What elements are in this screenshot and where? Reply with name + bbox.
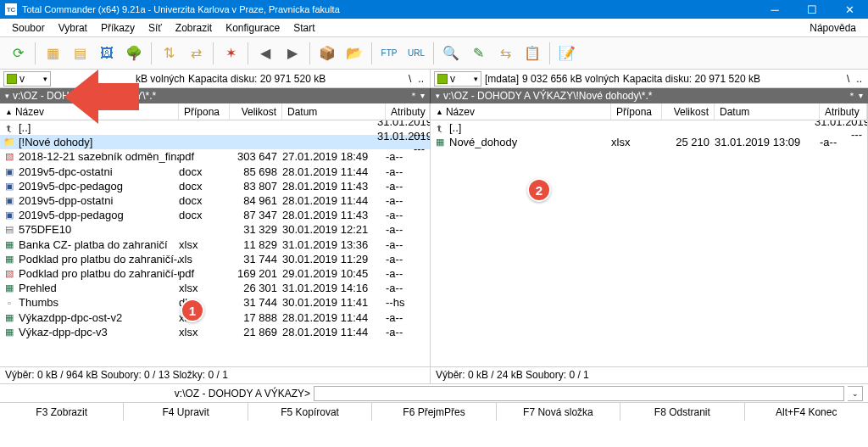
close-button[interactable]: ✕ [831,0,868,19]
copy-names-icon[interactable]: 📋 [520,41,545,66]
fkey-f4[interactable]: F4 Upravit [124,403,248,421]
file-row[interactable]: ⮬[..]31.01.2019 14:08---- [431,120,867,135]
file-row[interactable]: 📁[!Nové dohody]31.01.2019 14:08---- [0,135,430,149]
url-icon[interactable]: URL [403,41,429,66]
fkey-f8[interactable]: F8 Odstranit [620,403,744,421]
file-ext: xls [179,253,230,265]
file-row[interactable]: ▦Podklad pro platbu do zahraničí-AJxls31… [0,252,430,266]
refresh-icon[interactable]: ⟳ [5,41,31,66]
thumbs-view-icon[interactable]: 🖼 [94,41,120,66]
target-icon[interactable]: ⇄ [183,41,209,66]
header-ext[interactable]: Přípona [179,103,230,120]
header-ext[interactable]: Přípona [611,103,662,120]
file-row[interactable]: ⮬[..]31.01.2019 14:16---- [0,120,430,135]
sync-icon[interactable]: ⇆ [492,41,518,66]
file-row[interactable]: ▦Prehledxlsx26 30131.01.2019 14:16-a-- [0,281,430,295]
drive-free-right: 9 032 656 kB volných [522,73,620,85]
invert-sel-icon[interactable]: ✶ [218,41,243,66]
notepad-icon[interactable]: 📝 [554,41,580,66]
fkey-bar: F3 Zobrazit F4 Upravit F5 Kopírovat F6 P… [0,402,868,421]
menu-prikazy[interactable]: Příkazy [94,20,142,36]
search-icon[interactable]: 🔍 [438,41,464,66]
path-right[interactable]: ▾ v:\OZ - DOHODY A VÝKAZY\!Nové dohody\*… [431,88,868,103]
annotation-badge-2: 2 [527,178,551,202]
root-button[interactable]: \ [844,73,852,85]
file-row[interactable]: ▦Banka CZ- platba do zahraničíxlsx11 829… [0,237,430,252]
file-name: 2019v5-dpp-pedagog [19,209,179,221]
menu-sit[interactable]: Síť [142,20,169,36]
menu-konfigurace[interactable]: Konfigurace [219,20,287,36]
header-attr[interactable]: Atributy [820,103,867,120]
rename-icon[interactable]: ✎ [465,41,491,66]
ftp-icon[interactable]: FTP [376,41,402,66]
drive-select-left[interactable]: v ▾ [3,71,51,87]
file-ext: xlsx [179,326,230,338]
forward-icon[interactable]: ▶ [280,41,305,66]
menu-zobrazit[interactable]: Zobrazit [169,20,219,36]
unpack-icon[interactable]: 📂 [342,41,367,66]
file-date: 29.01.2019 10:45 [282,267,386,280]
file-list-right[interactable]: ⮬[..]31.01.2019 14:08----▦Nové_dohodyxls… [431,120,867,366]
file-name: 2019v5-dpp-ostatni [19,194,179,207]
path-left[interactable]: ▾ v:\OZ - DOHODY A VÝKAZY\*.* ＊ ▾ [0,88,431,103]
fkey-altf4[interactable]: Alt+F4 Konec [745,403,868,421]
header-name[interactable]: ▲Název [0,103,179,120]
pack-icon[interactable]: 📦 [314,41,340,66]
up-button[interactable]: .. [415,73,426,85]
file-row[interactable]: ▤575DFE1031 32930.01.2019 12:21-a-- [0,222,430,237]
root-button[interactable]: \ [406,73,414,85]
file-row[interactable]: ▣2019v5-dpp-ostatnidocx84 96128.01.2019 … [0,193,430,208]
maximize-button[interactable]: ☐ [793,0,831,19]
up-icon: ⮬ [434,122,446,134]
file-row[interactable]: ▣2019v5-dpc-pedagogdocx83 80728.01.2019 … [0,179,430,193]
file-name: 2018-12-21 sazebník odměn_final [19,150,179,163]
header-size[interactable]: Velikost [230,103,282,120]
menu-start[interactable]: Start [287,20,321,36]
file-attr: -a-- [386,282,430,294]
header-date[interactable]: Datum [282,103,386,120]
file-row[interactable]: ▣2019v5-dpp-pedagogdocx87 34728.01.2019 … [0,208,430,222]
brief-view-icon[interactable]: ▦ [40,41,65,66]
header-attr[interactable]: Atributy [386,103,430,120]
headers-right: ▲Název Přípona Velikost Datum Atributy [431,103,867,120]
menu-soubor[interactable]: Soubor [5,20,52,36]
file-size: 83 807 [230,180,282,193]
file-row[interactable]: ▣2019v5-dpc-ostatnidocx85 69828.01.2019 … [0,165,430,179]
cmd-input[interactable] [314,386,844,401]
drive-icon [7,74,17,84]
fkey-f5[interactable]: F5 Kopírovat [248,403,372,421]
drive-select-right[interactable]: v ▾ [434,71,481,87]
file-date: 30.01.2019 12:21 [282,223,386,236]
tree-view-icon[interactable]: 🌳 [121,41,147,66]
full-view-icon[interactable]: ▤ [67,41,92,66]
doc-icon: ▣ [3,195,15,207]
file-row[interactable]: ▧2018-12-21 sazebník odměn_finalpdf303 6… [0,149,430,164]
file-ext: xlsx [179,238,230,251]
file-row[interactable]: ▫Thumbsdb31 74430.01.2019 11:41--hs [0,295,430,310]
file-row[interactable]: ▦Výkazdpp-dpc-ost-v2xlsx17 88828.01.2019… [0,310,430,324]
back-icon[interactable]: ◀ [253,41,278,66]
file-date: 28.01.2019 11:43 [282,209,386,221]
path-text-right: v:\OZ - DOHODY A VÝKAZY\!Nové dohody\*.* [443,90,653,102]
cmd-history-button[interactable]: ⌄ [848,386,863,401]
header-size[interactable]: Velikost [662,103,715,120]
file-ext: xlsx [611,136,662,148]
file-row[interactable]: ▧Podklad pro platbu do zahraničí-ČJpdf16… [0,266,430,281]
menu-vybrat[interactable]: Vybrat [52,20,94,36]
file-row[interactable]: ▦Výkaz-dpp-dpc-v3xlsx21 86928.01.2019 11… [0,325,430,339]
file-list-left[interactable]: ⮬[..]31.01.2019 14:16----📁[!Nové dohody]… [0,120,430,366]
fkey-f6[interactable]: F6 PřejmPřes [372,403,496,421]
minimize-button[interactable]: ─ [756,0,793,19]
fkey-f7[interactable]: F7 Nová složka [497,403,620,421]
path-buttons-left[interactable]: ＊ ▾ [409,90,425,102]
header-name[interactable]: ▲Název [431,103,611,120]
file-name: 2019v5-dpc-ostatni [19,165,179,178]
path-buttons-right[interactable]: ＊ ▾ [848,90,863,102]
pdf-icon: ▧ [3,267,15,279]
file-row[interactable]: ▦Nové_dohodyxlsx25 21031.01.2019 13:09-a… [431,135,867,149]
menu-napoveda[interactable]: Nápověda [803,20,863,36]
header-date[interactable]: Datum [715,103,820,120]
fkey-f3[interactable]: F3 Zobrazit [0,403,124,421]
swap-icon[interactable]: ⇅ [156,41,181,66]
up-button[interactable]: .. [854,73,865,85]
